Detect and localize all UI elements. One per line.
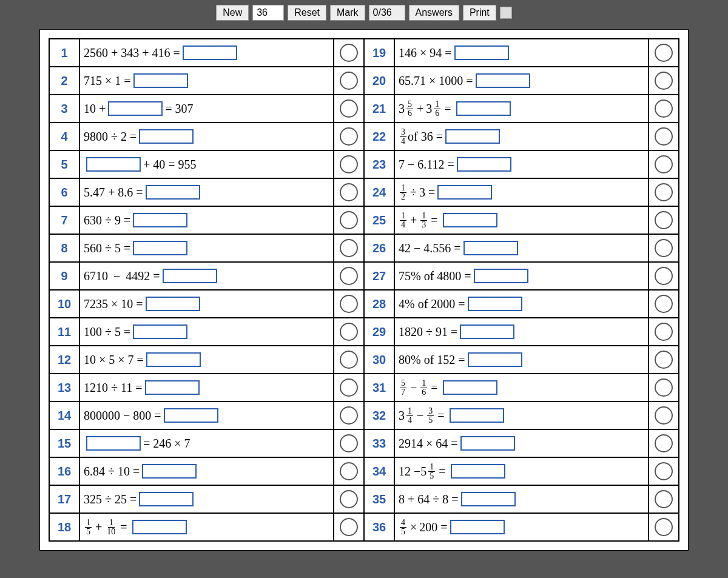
- mark-button[interactable]: Mark: [330, 5, 365, 21]
- reset-button[interactable]: Reset: [288, 5, 326, 21]
- mark-circle-icon[interactable]: [340, 351, 358, 369]
- question-expression: 100 ÷ 5 =: [80, 318, 333, 345]
- mark-cell: [648, 151, 678, 178]
- answer-input[interactable]: [451, 464, 505, 479]
- mark-circle-icon[interactable]: [655, 267, 673, 285]
- mark-circle-icon[interactable]: [655, 490, 673, 508]
- mark-circle-icon[interactable]: [340, 323, 358, 341]
- question-row: 3412 −515=: [365, 458, 678, 486]
- answer-input[interactable]: [146, 185, 200, 200]
- answer-input[interactable]: [108, 101, 163, 116]
- answer-input[interactable]: [460, 436, 515, 451]
- question-number: 13: [50, 374, 80, 401]
- mark-circle-icon[interactable]: [340, 127, 358, 146]
- answer-input[interactable]: [468, 297, 522, 311]
- mark-circle-icon[interactable]: [655, 211, 673, 229]
- question-number: 18: [50, 514, 80, 540]
- answer-input[interactable]: [463, 241, 518, 255]
- question-count-input[interactable]: [252, 5, 284, 21]
- mark-circle-icon[interactable]: [340, 183, 358, 201]
- mark-circle-icon[interactable]: [340, 295, 358, 313]
- mark-cell: [648, 458, 678, 485]
- mark-circle-icon[interactable]: [340, 99, 358, 118]
- mark-circle-icon[interactable]: [655, 99, 673, 118]
- mark-circle-icon[interactable]: [655, 462, 673, 480]
- answers-button[interactable]: Answers: [409, 5, 459, 21]
- question-row: 166.84 ÷ 10 =: [50, 458, 363, 486]
- answer-input[interactable]: [86, 157, 141, 172]
- mark-circle-icon[interactable]: [655, 127, 673, 146]
- answer-input[interactable]: [454, 45, 509, 60]
- new-button[interactable]: New: [216, 5, 249, 21]
- mark-circle-icon[interactable]: [340, 518, 358, 536]
- mark-circle-icon[interactable]: [340, 155, 358, 173]
- answer-input[interactable]: [450, 520, 505, 534]
- mark-circle-icon[interactable]: [340, 434, 358, 452]
- answer-input[interactable]: [445, 129, 500, 144]
- option-checkbox[interactable]: [500, 7, 512, 19]
- question-expression: 5.47 + 8.6 =: [80, 179, 333, 206]
- mark-circle-icon[interactable]: [340, 211, 358, 229]
- answer-input[interactable]: [163, 269, 217, 283]
- answer-input[interactable]: [183, 45, 237, 60]
- answer-input[interactable]: [133, 324, 187, 339]
- mark-circle-icon[interactable]: [655, 434, 673, 452]
- answer-input[interactable]: [146, 297, 200, 311]
- answer-input[interactable]: [139, 129, 194, 144]
- answer-input[interactable]: [133, 241, 187, 255]
- mark-circle-icon[interactable]: [340, 406, 358, 425]
- answer-input[interactable]: [145, 380, 200, 395]
- question-row: 8560 ÷ 5 =: [50, 235, 363, 263]
- mark-circle-icon[interactable]: [655, 295, 673, 313]
- answer-input[interactable]: [443, 380, 497, 395]
- mark-circle-icon[interactable]: [340, 72, 358, 90]
- mark-circle-icon[interactable]: [655, 155, 673, 173]
- answer-input[interactable]: [437, 185, 492, 200]
- question-number: 5: [50, 151, 80, 178]
- answer-input[interactable]: [474, 269, 528, 283]
- answer-input[interactable]: [139, 492, 194, 506]
- mark-circle-icon[interactable]: [340, 267, 358, 285]
- mark-circle-icon[interactable]: [655, 378, 673, 397]
- answer-input[interactable]: [164, 408, 218, 423]
- question-number: 12: [50, 346, 80, 373]
- mark-circle-icon[interactable]: [340, 462, 358, 480]
- answer-input[interactable]: [142, 464, 197, 479]
- question-number: 1: [50, 39, 80, 66]
- mark-circle-icon[interactable]: [655, 239, 673, 257]
- mark-circle-icon[interactable]: [340, 378, 358, 397]
- question-row: 11100 ÷ 5 =: [50, 318, 363, 346]
- answer-input[interactable]: [476, 73, 530, 88]
- mark-circle-icon[interactable]: [340, 44, 358, 62]
- question-row: 2775% of 4800 =: [365, 263, 678, 291]
- answer-input[interactable]: [450, 408, 504, 423]
- answer-input[interactable]: [133, 213, 187, 227]
- question-expression: 10 × 5 × 7 =: [80, 346, 333, 373]
- mark-circle-icon[interactable]: [655, 72, 673, 90]
- mark-circle-icon[interactable]: [655, 351, 673, 369]
- mark-circle-icon[interactable]: [655, 44, 673, 62]
- answer-input[interactable]: [86, 436, 141, 451]
- answer-input[interactable]: [460, 324, 514, 339]
- mark-circle-icon[interactable]: [655, 518, 673, 536]
- mark-circle-icon[interactable]: [655, 183, 673, 201]
- answer-input[interactable]: [456, 101, 511, 116]
- question-expression: 65.71 × 1000 =: [395, 67, 648, 94]
- answer-input[interactable]: [461, 492, 516, 506]
- mark-circle-icon[interactable]: [340, 239, 358, 257]
- mark-circle-icon[interactable]: [655, 323, 673, 341]
- question-row: 1210 × 5 × 7 =: [50, 346, 363, 374]
- mark-circle-icon[interactable]: [655, 406, 673, 425]
- mark-cell: [333, 123, 363, 150]
- answer-input[interactable]: [133, 73, 188, 88]
- mark-circle-icon[interactable]: [340, 490, 358, 508]
- question-expression: 34 of 36 =: [395, 123, 648, 150]
- question-expression: 57−16=: [395, 374, 648, 401]
- answer-input[interactable]: [443, 213, 497, 227]
- answer-input[interactable]: [146, 352, 201, 367]
- answer-input[interactable]: [457, 157, 511, 172]
- print-button[interactable]: Print: [463, 5, 496, 21]
- answer-input[interactable]: [132, 520, 187, 534]
- answer-input[interactable]: [468, 352, 522, 367]
- question-row: 3645×200 =: [365, 514, 678, 540]
